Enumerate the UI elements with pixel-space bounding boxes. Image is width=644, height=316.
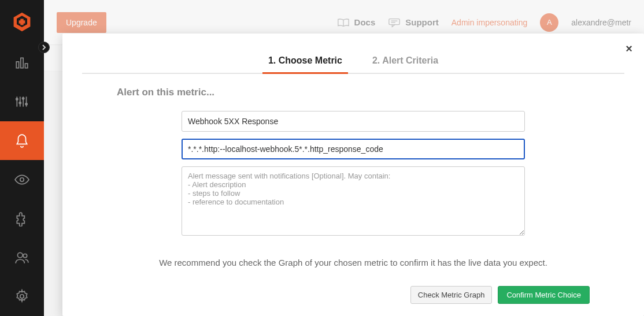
- modal-close-button[interactable]: ×: [626, 43, 632, 54]
- sidebar-item-charts[interactable]: [0, 43, 44, 82]
- sidebar-item-users[interactable]: [0, 238, 44, 277]
- alert-name-input[interactable]: [182, 111, 525, 132]
- svg-rect-6: [25, 64, 27, 68]
- svg-rect-3: [19, 20, 25, 23]
- bar-chart-icon: [14, 55, 29, 70]
- check-metric-graph-button[interactable]: Check Metric Graph: [410, 286, 493, 304]
- recommendation-text: We recommend you check the Graph of your…: [117, 258, 590, 267]
- tab-choose-metric[interactable]: 1. Choose Metric: [262, 50, 348, 73]
- svg-point-15: [20, 178, 24, 182]
- tab-alert-criteria[interactable]: 2. Alert Criteria: [367, 50, 444, 73]
- svg-point-11: [16, 98, 18, 100]
- puzzle-icon: [14, 211, 29, 226]
- chevron-right-icon: [41, 44, 47, 50]
- sidebar-item-settings[interactable]: [0, 277, 44, 316]
- alert-message-textarea[interactable]: [182, 166, 525, 236]
- metric-path-input[interactable]: [182, 139, 525, 159]
- sidebar-item-metrics[interactable]: [0, 83, 44, 121]
- users-icon: [14, 250, 29, 265]
- modal-tabs: 1. Choose Metric 2. Alert Criteria: [82, 50, 624, 74]
- sidebar: [0, 0, 44, 316]
- create-alert-modal: × 1. Choose Metric 2. Alert Criteria Ale…: [62, 34, 644, 316]
- gear-icon: [14, 289, 29, 304]
- svg-rect-4: [16, 62, 18, 68]
- confirm-metric-choice-button[interactable]: Confirm Metric Choice: [498, 286, 590, 304]
- svg-point-17: [23, 254, 27, 258]
- svg-rect-5: [21, 58, 23, 68]
- sidebar-item-plugins[interactable]: [0, 199, 44, 238]
- sliders-icon: [14, 94, 29, 109]
- svg-point-18: [20, 295, 24, 299]
- sidebar-item-watch[interactable]: [0, 160, 44, 199]
- svg-point-16: [17, 252, 23, 258]
- sidebar-item-alerts[interactable]: [0, 121, 44, 160]
- svg-point-13: [23, 98, 24, 99]
- svg-point-12: [19, 102, 21, 104]
- eye-icon: [14, 172, 29, 187]
- section-heading: Alert on this metric...: [117, 87, 590, 98]
- app-logo[interactable]: [0, 0, 44, 43]
- svg-point-14: [25, 103, 27, 105]
- bell-icon: [14, 133, 29, 148]
- sidebar-expand-button[interactable]: [38, 42, 50, 53]
